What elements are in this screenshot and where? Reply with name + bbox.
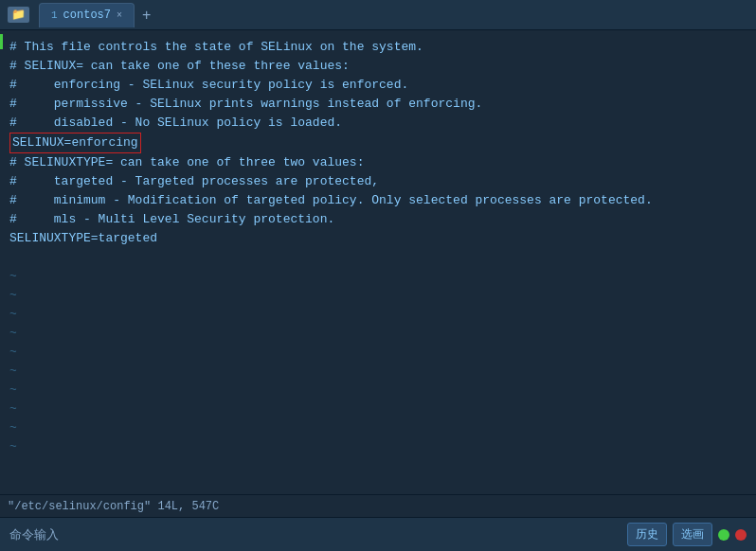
select-button[interactable]: 选画: [673, 523, 712, 546]
tilde-8: ~: [9, 400, 747, 418]
selinux-value: SELINUX=enforcing: [9, 133, 141, 153]
new-tab-button[interactable]: +: [138, 7, 154, 24]
line-5: # disabled - No SELinux policy is loaded…: [9, 114, 747, 133]
file-status: "/etc/selinux/config" 14L, 547C: [8, 500, 219, 513]
file-tab[interactable]: 1 contos7 ×: [39, 3, 135, 27]
tilde-3: ~: [9, 305, 747, 324]
folder-icon[interactable]: 📁: [8, 7, 29, 23]
tilde-4: ~: [9, 324, 747, 343]
line-7: # SELINUXTYPE= can take one of three two…: [9, 153, 747, 172]
status-bar: "/etc/selinux/config" 14L, 547C: [0, 494, 756, 517]
selinux-line: SELINUX=enforcing: [9, 133, 747, 153]
tilde-6: ~: [9, 362, 747, 381]
selinuxtype-line: SELINUXTYPE=targeted: [9, 229, 747, 248]
tilde-10: ~: [9, 437, 747, 456]
bottom-buttons: 历史 选画: [627, 523, 747, 546]
line-1: # This file controls the state of SELinu…: [9, 38, 747, 57]
line-empty: [9, 248, 747, 267]
title-bar: 📁 1 contos7 × +: [0, 0, 756, 30]
line-2: # SELINUX= can take one of these three v…: [9, 57, 747, 76]
editor-area: # This file controls the state of SELinu…: [0, 30, 756, 494]
tilde-2: ~: [9, 286, 747, 305]
tilde-5: ~: [9, 343, 747, 362]
window-controls: 📁: [8, 7, 29, 23]
command-input-area[interactable]: 命令输入: [9, 526, 620, 543]
red-indicator: [735, 529, 747, 541]
tab-close-button[interactable]: ×: [117, 10, 122, 21]
history-button[interactable]: 历史: [627, 523, 667, 546]
tilde-1: ~: [9, 267, 747, 286]
tilde-9: ~: [9, 418, 747, 437]
cursor-indicator: [0, 34, 3, 49]
cmd-label: 命令输入: [9, 526, 59, 543]
tab-number: 1: [51, 9, 58, 21]
bottom-bar: 命令输入 历史 选画: [0, 517, 756, 551]
line-9: # minimum - Modification of targeted pol…: [9, 191, 747, 210]
tab-filename: contos7: [63, 9, 111, 22]
tilde-7: ~: [9, 381, 747, 400]
line-8: # targeted - Targeted processes are prot…: [9, 172, 747, 191]
editor-content[interactable]: # This file controls the state of SELinu…: [0, 34, 756, 460]
line-3: # enforcing - SELinux security policy is…: [9, 76, 747, 95]
line-4: # permissive - SELinux prints warnings i…: [9, 95, 747, 114]
line-10: # mls - Multi Level Security protection.: [9, 210, 747, 229]
green-indicator: [718, 529, 729, 541]
